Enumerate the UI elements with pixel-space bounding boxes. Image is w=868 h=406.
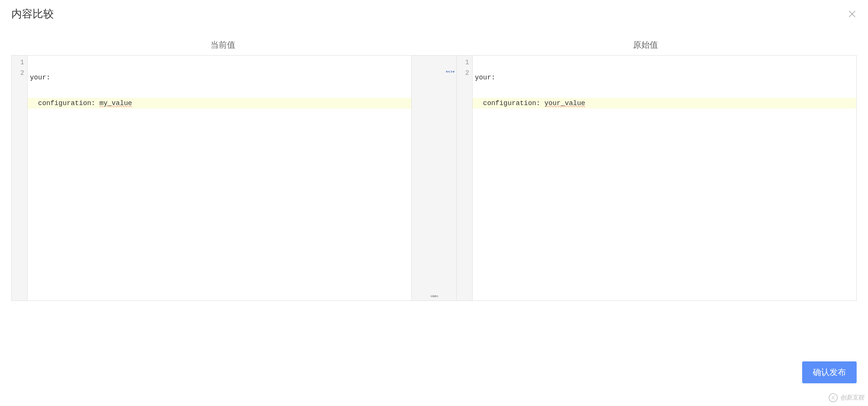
code-text: your: (30, 74, 50, 81)
watermark-text: 创新互联 (840, 394, 864, 402)
watermark: X 创新互联 (829, 393, 864, 402)
line-number: 2 (457, 68, 472, 78)
left-gutter: 1 2 (12, 56, 28, 301)
code-value: my_value (100, 99, 132, 107)
diff-nav-icon[interactable]: ⇒⇐ (430, 293, 438, 299)
watermark-icon: X (829, 393, 838, 402)
code-line-diff: configuration: my_value (28, 98, 411, 108)
current-value-label: 当前值 (11, 39, 434, 51)
dialog-header: 内容比较 (0, 0, 868, 28)
right-gutter: 1 2 (457, 56, 473, 301)
diff-connector: ↢↣ ⇒⇐ (411, 56, 457, 301)
dialog-footer: 确认发布 (802, 361, 857, 383)
code-line-diff: configuration: your_value (473, 98, 856, 108)
left-editor[interactable]: 1 2 your: configuration: my_value (12, 56, 411, 301)
code-text: your: (475, 74, 495, 81)
original-value-label: 原始值 (434, 39, 857, 51)
line-number: 2 (12, 68, 27, 78)
code-line: your: (473, 72, 856, 83)
confirm-publish-button[interactable]: 确认发布 (802, 361, 857, 383)
code-text: configuration: (475, 99, 544, 107)
right-code-area[interactable]: your: configuration: your_value (473, 56, 856, 301)
close-button[interactable] (848, 9, 857, 19)
line-number: 1 (12, 57, 27, 68)
right-editor[interactable]: 1 2 your: configuration: your_value (457, 56, 856, 301)
left-code-area[interactable]: your: configuration: my_value (28, 56, 411, 301)
dialog-title: 内容比较 (11, 7, 54, 21)
code-text: configuration: (30, 99, 100, 107)
diff-marker-icon[interactable]: ↢↣ (446, 68, 455, 74)
code-line: your: (28, 72, 411, 83)
close-icon (848, 9, 857, 19)
diff-container: 1 2 your: configuration: my_value ↢↣ ⇒⇐ … (11, 55, 857, 301)
column-labels: 当前值 原始值 (0, 28, 868, 55)
code-value: your_value (544, 99, 585, 107)
line-number: 1 (457, 57, 472, 68)
